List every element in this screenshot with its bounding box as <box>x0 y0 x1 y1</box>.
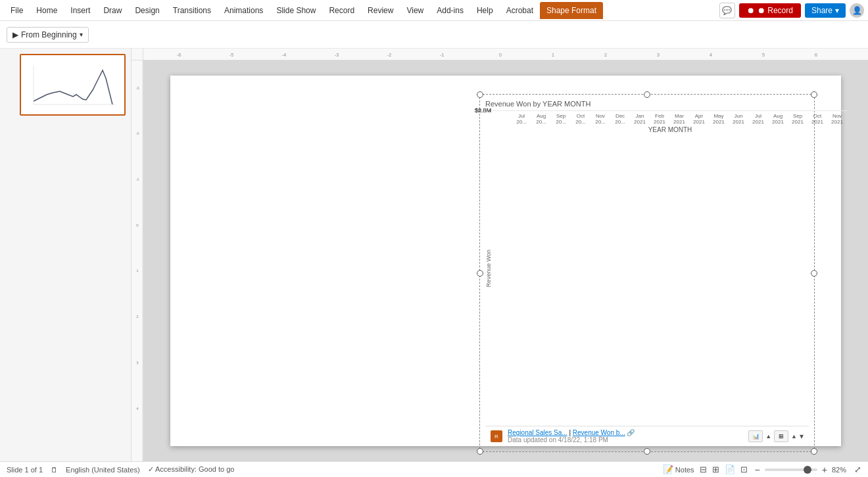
tab-shapeformat[interactable]: Shape Format <box>540 2 603 19</box>
svg-rect-0 <box>27 58 119 111</box>
handle-bottom-right[interactable] <box>811 448 817 455</box>
tab-acrobat[interactable]: Acrobat <box>500 2 540 19</box>
from-beginning-dropdown-icon: ▾ <box>80 31 83 38</box>
notes-icon: 📝 <box>663 465 673 474</box>
tab-draw[interactable]: Draw <box>97 2 128 19</box>
datasource-icon2: 🔗 <box>627 429 635 436</box>
datasource-link2[interactable]: Revenue Won b... <box>573 429 625 436</box>
svg-text:-2: -2 <box>135 131 139 135</box>
handle-middle-left[interactable] <box>477 270 483 277</box>
datasource-timestamp: Data updated on 4/18/22, 1:18 PM <box>508 436 608 443</box>
datasource-link1[interactable]: Regional Sales Sa... <box>508 429 567 436</box>
x-label-feb21: Feb2021 <box>650 113 669 125</box>
handle-top-middle[interactable] <box>644 91 650 98</box>
x-label-jul21: Jul2021 <box>748 113 768 125</box>
grid-line-5 <box>494 110 847 111</box>
share-label: Share <box>811 6 832 15</box>
canvas-with-ruler: -3 -2 -1 0 1 2 3 4 <box>132 60 868 461</box>
user-avatar[interactable]: 👤 <box>850 3 864 18</box>
ribbon-right-controls: 💬 ⏺ ⏺ Record Share ▾ 👤 <box>719 3 864 18</box>
notes-button[interactable]: 📝 Notes <box>663 465 694 474</box>
tab-view[interactable]: View <box>400 2 430 19</box>
svg-text:0: 0 <box>136 223 139 227</box>
user-icon: 👤 <box>852 6 862 15</box>
x-label-mar21: Mar2021 <box>669 113 689 125</box>
tab-slideshow[interactable]: Slide Show <box>270 2 322 19</box>
view-reading-button[interactable]: 📄 <box>725 465 735 474</box>
x-label-aug20: Aug20... <box>531 113 551 125</box>
ruler-ticks-vertical: -3 -2 -1 0 1 2 3 4 <box>132 60 143 461</box>
from-beginning-button[interactable]: ▶ From Beginning ▾ <box>7 27 89 43</box>
toolbar: ▶ From Beginning ▾ <box>0 21 868 49</box>
view-presentation-button[interactable]: ⊡ <box>740 465 748 474</box>
slide-panel: 1 <box>0 49 132 461</box>
chart-title: Revenue Won by YEAR MONTH <box>485 100 809 108</box>
comment-icon: 💬 <box>722 6 732 15</box>
svg-text:-2: -2 <box>387 53 391 57</box>
x-label-jun21: Jun2021 <box>729 113 748 125</box>
chart-bar-icon-btn[interactable]: 📊 <box>748 430 763 442</box>
tab-insert[interactable]: Insert <box>64 2 97 19</box>
view-slide-sorter-button[interactable]: ⊞ <box>712 465 719 474</box>
tab-animations[interactable]: Animations <box>218 2 270 19</box>
svg-text:3: 3 <box>657 53 660 57</box>
tab-design[interactable]: Design <box>128 2 166 19</box>
chart-plot: $2.5M $2.0M $1.5M $1.0M $0.5M <box>493 110 847 111</box>
svg-text:5: 5 <box>762 53 765 57</box>
zoom-slider[interactable] <box>765 468 817 471</box>
svg-text:-6: -6 <box>177 53 181 57</box>
x-label-sep20: Sep20... <box>551 113 571 125</box>
slide-canvas[interactable]: Revenue Won by YEAR MONTH Revenue Won $2… <box>143 60 868 461</box>
tab-home[interactable]: Home <box>30 2 64 19</box>
zoom-slider-thumb <box>804 466 811 474</box>
zoom-out-button[interactable]: − <box>753 465 762 475</box>
chart-inner: Revenue Won by YEAR MONTH Revenue Won $2… <box>480 95 814 451</box>
status-icon-notes-check: 🗒 <box>51 466 58 474</box>
fit-to-window-button[interactable]: ⤢ <box>854 465 861 474</box>
view-normal-button[interactable]: ⊟ <box>700 465 707 474</box>
from-beginning-label: From Beginning <box>21 30 77 39</box>
handle-top-left[interactable] <box>477 91 483 98</box>
record-button[interactable]: ⏺ ⏺ Record <box>739 3 801 18</box>
handle-bottom-left[interactable] <box>477 448 483 455</box>
tab-addins[interactable]: Add-ins <box>430 2 470 19</box>
zoom-control: − + 82% <box>753 465 846 475</box>
record-dot-icon: ⏺ <box>747 6 755 15</box>
zoom-level-label: 82% <box>832 466 846 474</box>
chart-action-icons: 📊 ▲ ⊞ ▲ ▾ <box>748 430 804 442</box>
x-label-nov20: Nov20... <box>591 113 610 125</box>
comment-button[interactable]: 💬 <box>719 3 735 18</box>
handle-bottom-middle[interactable] <box>644 448 650 455</box>
datasource-icon: R <box>491 430 502 442</box>
svg-text:2: 2 <box>604 53 607 57</box>
slide-page: Revenue Won by YEAR MONTH Revenue Won $2… <box>170 76 841 446</box>
x-label-jan21: Jan2021 <box>630 113 650 125</box>
chart-object[interactable]: Revenue Won by YEAR MONTH Revenue Won $2… <box>479 94 815 452</box>
svg-text:2: 2 <box>136 314 139 319</box>
slide-count: Slide 1 of 1 <box>7 466 43 474</box>
share-button[interactable]: Share ▾ <box>805 3 846 18</box>
chart-table-icon-btn[interactable]: ⊞ <box>774 430 788 442</box>
tab-record[interactable]: Record <box>322 2 361 19</box>
play-icon: ▶ <box>12 30 18 39</box>
svg-text:-3: -3 <box>335 53 339 57</box>
slide-thumbnail[interactable] <box>20 54 126 116</box>
x-label-oct21: Oct2021 <box>808 113 827 125</box>
vertical-ruler: -3 -2 -1 0 1 2 3 4 <box>132 60 143 461</box>
record-label: ⏺ Record <box>758 6 793 15</box>
tab-help[interactable]: Help <box>470 2 500 19</box>
canvas-area: -6 -5 -4 -3 -2 -1 0 1 2 3 4 5 6 <box>132 49 868 461</box>
zoom-in-button[interactable]: + <box>820 465 829 475</box>
tab-review[interactable]: Review <box>361 2 400 19</box>
svg-text:3: 3 <box>136 360 139 365</box>
tab-transitions[interactable]: Transitions <box>166 2 218 19</box>
share-dropdown-icon: ▾ <box>835 6 839 15</box>
y-axis-label: Revenue Won <box>485 250 492 287</box>
accessibility-label: ✓ Accessibility: Good to go <box>148 465 235 474</box>
handle-top-right[interactable] <box>811 91 817 98</box>
horizontal-ruler: -6 -5 -4 -3 -2 -1 0 1 2 3 4 5 6 <box>132 49 868 60</box>
svg-text:-3: -3 <box>135 85 139 90</box>
svg-text:6: 6 <box>815 53 817 57</box>
svg-text:4: 4 <box>710 53 712 57</box>
tab-file[interactable]: File <box>4 2 30 19</box>
